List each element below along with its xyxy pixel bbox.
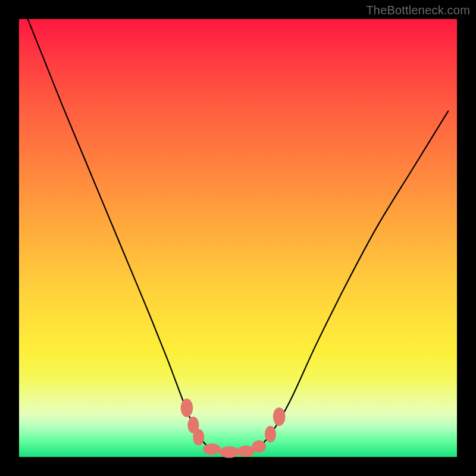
watermark-text: TheBottleneck.com [366,4,470,17]
curve-bead [193,429,204,446]
curve-bead [237,446,255,457]
bottleneck-curve-path [28,19,449,453]
curve-beads [181,399,286,458]
curve-bead [181,399,193,417]
bottleneck-chart [19,19,457,457]
curve-bead [203,443,220,455]
curve-bead [219,446,239,458]
curve-bead [265,426,276,443]
curve-bead [252,440,267,453]
curve-bead [273,408,286,426]
curve-layer [19,19,457,457]
